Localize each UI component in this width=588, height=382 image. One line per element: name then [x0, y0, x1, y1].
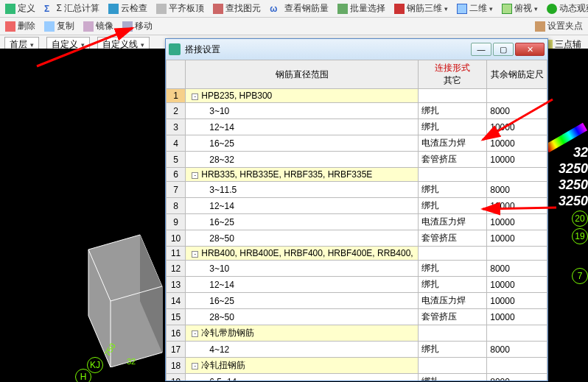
cell-conn[interactable]: 套管挤压 [419, 230, 487, 247]
cell-len[interactable]: 10000 [487, 135, 547, 152]
row-number[interactable]: 3 [167, 119, 186, 135]
tb-2d[interactable]: 二维▾ [455, 1, 495, 15]
tb-move[interactable]: 移动 [120, 19, 155, 33]
cell-conn[interactable]: 电渣压力焊 [419, 293, 487, 309]
cell-len[interactable] [487, 358, 547, 374]
row-number[interactable]: 15 [167, 309, 186, 325]
row-number[interactable]: 8 [167, 198, 186, 214]
collapse-icon[interactable]: - [192, 172, 198, 179]
cell-conn[interactable] [419, 168, 487, 182]
cell-len[interactable]: 8000 [487, 374, 547, 381]
cell-conn[interactable]: 套管挤压 [419, 152, 487, 168]
cell-conn[interactable] [419, 89, 487, 103]
cell-len[interactable] [487, 89, 547, 103]
cell-range[interactable]: 28~50 [186, 309, 419, 325]
tb-grip[interactable]: 设置夹点 [533, 19, 585, 33]
tb-cloudcheck[interactable]: 云检查 [106, 1, 150, 15]
cell-range[interactable]: 12~14 [186, 119, 419, 135]
collapse-icon[interactable]: - [192, 330, 198, 337]
cell-len[interactable] [487, 168, 547, 182]
cell-range[interactable]: 28~32 [186, 152, 419, 168]
cell-conn[interactable]: 绑扎 [419, 261, 487, 277]
cell-range[interactable]: -HPB235, HPB300 [186, 89, 419, 103]
close-button[interactable]: ✕ [515, 43, 545, 56]
cell-range[interactable]: 16~25 [186, 135, 419, 152]
cell-conn[interactable] [419, 358, 487, 374]
row-number[interactable]: 9 [167, 214, 186, 230]
cell-len[interactable] [487, 247, 547, 261]
row-number[interactable]: 13 [167, 277, 186, 293]
table-row[interactable]: 6-HRB335, HRB335E, HRBF335, HRBF335E [167, 168, 547, 182]
cell-len[interactable]: 10000 [487, 214, 547, 230]
tb-define[interactable]: 定义 [3, 1, 38, 15]
table-row[interactable]: 23~10绑扎8000 [167, 103, 547, 119]
cell-range[interactable]: -HRB335, HRB335E, HRBF335, HRBF335E [186, 168, 419, 182]
collapse-icon[interactable]: - [192, 363, 198, 369]
cell-len[interactable]: 10000 [487, 309, 547, 325]
cell-conn[interactable]: 电渣压力焊 [419, 135, 487, 152]
row-number[interactable]: 19 [167, 374, 186, 381]
table-row[interactable]: 11-HRB400, HRB400E, HRBF400, HRBF400E, R… [167, 247, 547, 261]
table-row[interactable]: 123~10绑扎8000 [167, 261, 547, 277]
cell-len[interactable]: 10000 [487, 119, 547, 135]
grid-area[interactable]: 钢筋直径范围 连接形式其它 其余钢筋定尺 1-HPB235, HPB30023~… [166, 60, 547, 381]
row-number[interactable]: 18 [167, 358, 186, 374]
cell-conn[interactable] [419, 325, 487, 342]
tb-rebar3d[interactable]: 钢筋三维▾ [392, 1, 450, 15]
cell-len[interactable]: 10000 [487, 277, 547, 293]
table-row[interactable]: 1312~14绑扎10000 [167, 277, 547, 293]
cell-range[interactable]: 28~50 [186, 230, 419, 247]
tb-find[interactable]: 查找图元 [211, 1, 263, 15]
minimize-button[interactable]: — [471, 43, 491, 56]
row-number[interactable]: 11 [167, 247, 186, 261]
table-row[interactable]: 1028~50套管挤压10000 [167, 230, 547, 247]
cell-conn[interactable]: 电渣压力焊 [419, 214, 487, 230]
cell-range[interactable]: -HRB400, HRB400E, HRBF400, HRBF400E, RRB… [186, 247, 419, 261]
tb-batchsel[interactable]: 批量选择 [335, 1, 388, 15]
table-row[interactable]: 1-HPB235, HPB300 [167, 89, 547, 103]
cell-range[interactable]: 3~10 [186, 103, 419, 119]
cell-len[interactable]: 10000 [487, 230, 547, 247]
cell-len[interactable]: 10000 [487, 293, 547, 309]
row-number[interactable]: 5 [167, 152, 186, 168]
cell-range[interactable]: 3~11.5 [186, 182, 419, 198]
collapse-icon[interactable]: - [192, 251, 198, 258]
row-number[interactable]: 14 [167, 293, 186, 309]
cell-len[interactable]: 8000 [487, 342, 547, 358]
table-row[interactable]: 528~32套管挤压10000 [167, 152, 547, 168]
cell-range[interactable]: 16~25 [186, 293, 419, 309]
tb-top[interactable]: 俯视▾ [500, 1, 540, 15]
cell-range[interactable]: -冷轧带肋钢筋 [186, 325, 419, 342]
cell-len[interactable]: 10000 [487, 198, 547, 214]
row-number[interactable]: 1 [167, 89, 186, 103]
tb-orbit[interactable]: 动态观察 [545, 1, 588, 15]
dialog-titlebar[interactable]: 搭接设置 — ▢ ✕ [166, 39, 547, 60]
table-row[interactable]: 416~25电渣压力焊10000 [167, 135, 547, 152]
cell-range[interactable]: 16~25 [186, 214, 419, 230]
cell-range[interactable]: 12~14 [186, 198, 419, 214]
maximize-button[interactable]: ▢ [493, 43, 514, 56]
tb-rebarqty[interactable]: ω 查看钢筋量 [267, 1, 330, 15]
tb-delete[interactable]: 删除 [3, 19, 38, 33]
cell-range[interactable]: 3~10 [186, 261, 419, 277]
table-row[interactable]: 18-冷轧扭钢筋 [167, 358, 547, 374]
row-number[interactable]: 6 [167, 168, 186, 182]
table-row[interactable]: 1416~25电渣压力焊10000 [167, 293, 547, 309]
table-row[interactable]: 916~25电渣压力焊10000 [167, 214, 547, 230]
cell-conn[interactable]: 绑扎 [419, 342, 487, 358]
row-number[interactable]: 10 [167, 230, 186, 247]
cell-range[interactable]: -冷轧扭钢筋 [186, 358, 419, 374]
table-row[interactable]: 16-冷轧带肋钢筋 [167, 325, 547, 342]
cell-range[interactable]: 12~14 [186, 277, 419, 293]
cell-len[interactable]: 8000 [487, 261, 547, 277]
table-row[interactable]: 196.5~14绑扎8000 [167, 374, 547, 381]
cell-conn[interactable]: 绑扎 [419, 103, 487, 119]
cell-len[interactable]: 8000 [487, 103, 547, 119]
row-number[interactable]: 7 [167, 182, 186, 198]
col-conn[interactable]: 连接形式其它 [419, 60, 487, 89]
row-number[interactable]: 12 [167, 261, 186, 277]
col-len[interactable]: 其余钢筋定尺 [487, 60, 547, 89]
col-range[interactable]: 钢筋直径范围 [186, 60, 419, 89]
cell-len[interactable]: 8000 [487, 182, 547, 198]
tb-sum[interactable]: Σ Σ 汇总计算 [42, 1, 102, 15]
